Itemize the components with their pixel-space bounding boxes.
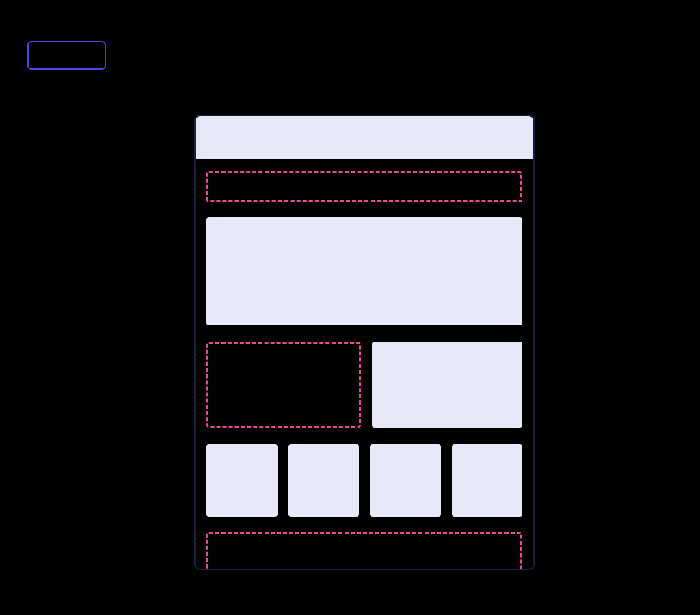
grid-block-4	[452, 444, 523, 517]
grid-block-1	[206, 444, 278, 517]
two-column-row	[206, 342, 522, 428]
highlighted-left-block	[206, 342, 361, 428]
outlined-button[interactable]	[27, 41, 106, 70]
grid-block-2	[288, 444, 360, 517]
grid-block-3	[370, 444, 441, 517]
hero-block	[206, 217, 522, 325]
right-block	[372, 342, 522, 428]
four-column-row	[206, 444, 522, 517]
highlighted-banner-bottom	[206, 532, 522, 570]
wireframe-content	[196, 159, 533, 570]
wireframe-header	[196, 116, 533, 159]
highlighted-banner-top	[206, 171, 522, 202]
wireframe-frame	[194, 115, 535, 570]
